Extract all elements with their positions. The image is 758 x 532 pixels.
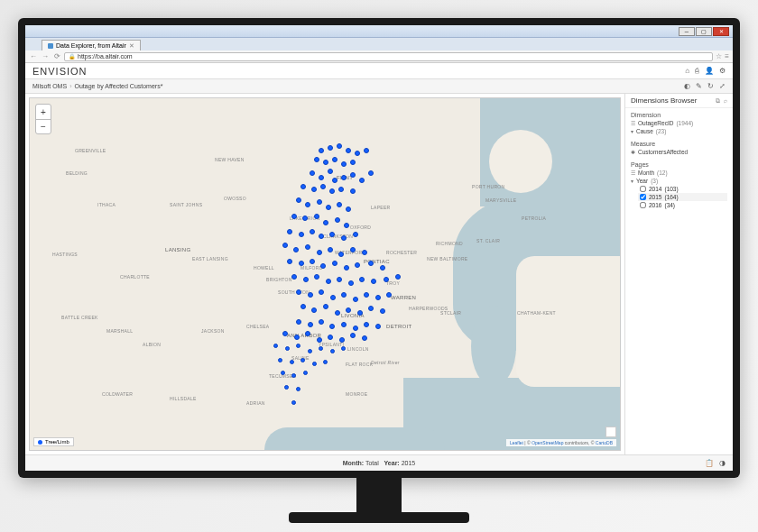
crumb-page[interactable]: Outage by Affected Customers*: [74, 83, 162, 89]
city-label: BATTLE CREEK: [61, 315, 98, 320]
browser-tabstrip: Data Explorer, from Altair ✕: [25, 38, 733, 50]
legend-dot-icon: [38, 440, 42, 445]
map-canvas[interactable]: + − GREENVILLE BELDING NEW HAVEN ITHACA …: [29, 97, 621, 451]
status-footer: Month: Total Year: 2015 📋 ◑: [25, 454, 733, 471]
year-option[interactable]: 2015 (164): [638, 193, 727, 201]
month-row[interactable]: ☰ Month (12): [631, 169, 727, 177]
expand-icon[interactable]: ⤢: [719, 82, 726, 90]
settings-icon[interactable]: ⚙: [719, 67, 726, 75]
nav-forward-button[interactable]: →: [41, 52, 50, 60]
city-label: COLDWATER: [102, 391, 133, 397]
map-inset-toggle[interactable]: [605, 427, 616, 437]
city-label: JACKSON: [201, 328, 225, 334]
user-icon[interactable]: 👤: [705, 67, 714, 75]
pages-heading: Pages: [631, 161, 727, 168]
list-icon: ☰: [631, 170, 635, 176]
zoom-in-button[interactable]: +: [36, 105, 51, 119]
zoom-out-button[interactable]: −: [36, 119, 51, 133]
nav-back-button[interactable]: ←: [29, 52, 38, 60]
list-icon: ☰: [631, 120, 635, 126]
city-label: EAST LANSING: [192, 256, 228, 261]
city-label: LANSING: [165, 247, 190, 252]
map-attribution: Leaflet | © OpenStreetMap contributors, …: [506, 439, 616, 446]
panel-title: Dimensions Browser: [631, 96, 697, 105]
map-zoom-control: + −: [35, 104, 51, 134]
city-label: HOWELL: [254, 265, 274, 271]
city-label: DETROIT: [386, 324, 411, 329]
attrib-leaflet[interactable]: Leaflet: [510, 440, 523, 445]
window-minimize-button[interactable]: ─: [679, 27, 695, 36]
panel-copy-icon[interactable]: ⧉: [716, 97, 720, 105]
year-filter-row[interactable]: ▾ Year (3): [631, 177, 727, 185]
city-label: MARYSVILLE: [485, 197, 516, 203]
city-label: CLARKSTON: [323, 234, 353, 239]
window-close-button[interactable]: ✕: [713, 27, 729, 36]
window-maximize-button[interactable]: ▢: [696, 27, 712, 36]
city-label: MONROE: [346, 391, 367, 397]
app-logo: ENVISION: [32, 66, 88, 77]
river-label: Detroit River: [371, 360, 400, 365]
browser-navbar: ← → ⟳ 🔒 https://ba.altair.com ☆ ≡: [25, 50, 733, 63]
city-label: BRIGHTON: [266, 277, 292, 282]
city-label: CHARLOTTE: [120, 274, 150, 280]
breadcrumb-bar: Milsoft OMS › Outage by Affected Custome…: [25, 79, 733, 94]
measure-row[interactable]: ✱ CustomersAffected: [631, 148, 727, 156]
year-checkbox[interactable]: [640, 202, 646, 208]
print-icon[interactable]: ⎙: [695, 67, 699, 75]
filter-icon: ▾: [631, 128, 633, 134]
city-label: OXFORD: [350, 225, 371, 230]
attrib-osm[interactable]: OpenStreetMap: [532, 440, 563, 445]
city-label: WARREN: [391, 295, 416, 300]
footer-theme-icon[interactable]: ◑: [719, 459, 726, 467]
city-label: PETROLIA: [522, 216, 546, 221]
city-label: HASTINGS: [52, 252, 78, 257]
refresh-icon[interactable]: ↻: [707, 82, 714, 90]
window-titlebar: ─ ▢ ✕: [25, 25, 733, 38]
year-option[interactable]: 2014 (103): [638, 185, 727, 193]
year-checkbox[interactable]: [640, 194, 646, 200]
city-label: MARSHALL: [106, 328, 133, 334]
bookmark-star-icon[interactable]: ☆: [716, 52, 722, 60]
city-label: LAPEER: [371, 205, 391, 210]
city-label: RICHMOND: [436, 241, 463, 246]
city-label: CHELSEA: [246, 324, 269, 329]
dimension-heading: Dimension: [631, 112, 727, 118]
crumb-root[interactable]: Milsoft OMS: [32, 83, 67, 89]
measure-icon: ✱: [631, 149, 635, 155]
city-label: HILLSDALE: [170, 396, 197, 401]
footer-clipboard-icon[interactable]: 📋: [705, 459, 714, 467]
city-label: BELDING: [66, 170, 88, 176]
city-label: ROCHESTER: [386, 250, 417, 255]
filter-icon: ▾: [631, 178, 633, 184]
year-option[interactable]: 2016 (34): [638, 201, 727, 209]
dimensions-browser-panel: Dimensions Browser ⧉ ⌕ Dimension ☰ Outag…: [624, 94, 733, 454]
city-label: NEW HAVEN: [215, 157, 245, 162]
city-label: ADRIAN: [246, 400, 265, 406]
panel-search-icon[interactable]: ⌕: [724, 97, 727, 105]
tab-title: Data Explorer, from Altair: [56, 42, 126, 49]
app-header: ENVISION ⌂ ⎙ 👤 ⚙: [25, 63, 733, 79]
map-legend: Tree/Limb: [33, 437, 74, 446]
attrib-carto[interactable]: CartoDB: [596, 440, 613, 445]
city-label: SAINT JOHNS: [170, 202, 202, 207]
edit-icon[interactable]: ✎: [696, 82, 702, 90]
visibility-icon[interactable]: ◐: [684, 82, 690, 90]
city-label: FLAT ROCK: [346, 362, 373, 367]
city-label: STCLAIR: [440, 310, 461, 316]
city-label: PORT HURON: [472, 184, 504, 189]
browser-tab[interactable]: Data Explorer, from Altair ✕: [42, 40, 141, 50]
year-checkbox[interactable]: [640, 186, 646, 192]
crumb-sep-icon: ›: [69, 83, 71, 89]
cause-filter-row[interactable]: ▾ Cause (23): [631, 127, 727, 135]
url-input[interactable]: 🔒 https://ba.altair.com: [64, 52, 713, 61]
city-label: LINCOLN: [347, 346, 369, 352]
dimension-row[interactable]: ☰ OutageRecID (1944): [631, 119, 727, 127]
city-label: SOUTH LYON: [278, 289, 310, 295]
city-label: CHATHAM-KENT: [517, 310, 556, 316]
tab-close-icon[interactable]: ✕: [129, 42, 134, 50]
legend-label: Tree/Limb: [45, 439, 69, 445]
home-icon[interactable]: ⌂: [685, 67, 689, 75]
browser-menu-icon[interactable]: ≡: [725, 52, 729, 60]
nav-reload-button[interactable]: ⟳: [52, 52, 61, 60]
measure-heading: Measure: [631, 141, 727, 147]
